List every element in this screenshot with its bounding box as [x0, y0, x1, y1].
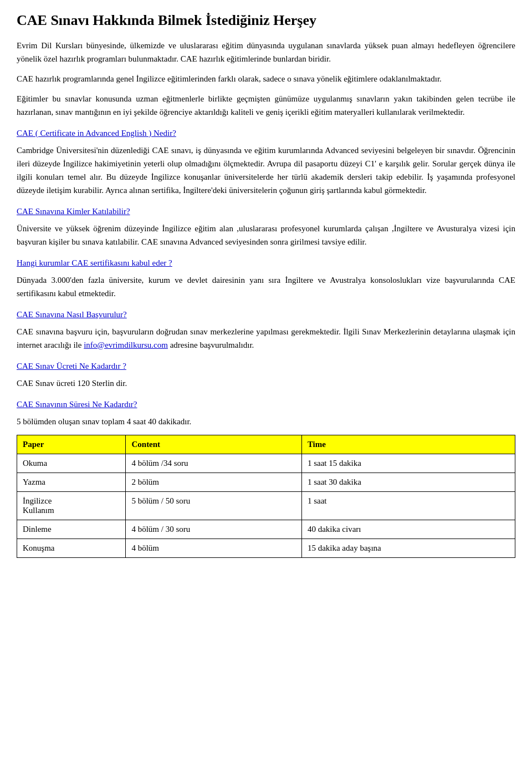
- section1-link[interactable]: CAE ( Certificate in Advanced English ) …: [17, 129, 515, 138]
- table-cell-0-1: 4 bölüm /34 soru: [126, 454, 301, 473]
- table-cell-4-1: 4 bölüm: [126, 539, 301, 557]
- table-cell-3-2: 40 dakika civarı: [301, 520, 515, 539]
- page-title: CAE Sınavı Hakkında Bilmek İstediğiniz H…: [17, 11, 515, 30]
- table-row: Dinleme4 bölüm / 30 soru40 dakika civarı: [17, 520, 515, 539]
- intro-paragraph-1: Evrim Dil Kursları bünyesinde, ülkemizde…: [17, 39, 515, 65]
- table-cell-0-0: Okuma: [17, 454, 126, 473]
- section5-text: CAE Sınav ücreti 120 Sterlin dir.: [17, 377, 515, 390]
- col-time: Time: [301, 435, 515, 454]
- table-cell-3-0: Dinleme: [17, 520, 126, 539]
- section4-text-after: adresine başvurulmalıdır.: [168, 341, 254, 349]
- table-cell-0-2: 1 saat 15 dakika: [301, 454, 515, 473]
- table-cell-1-2: 1 saat 30 dakika: [301, 473, 515, 491]
- table-row: Yazma2 bölüm1 saat 30 dakika: [17, 473, 515, 491]
- section3-link[interactable]: Hangi kurumlar CAE sertifikasını kabul e…: [17, 258, 515, 268]
- table-cell-4-0: Konuşma: [17, 539, 126, 557]
- col-paper: Paper: [17, 435, 126, 454]
- table-cell-2-0: İngilizce Kullanım: [17, 491, 126, 520]
- section6-link[interactable]: CAE Sınavının Süresi Ne Kadardır?: [17, 400, 515, 409]
- table-cell-2-2: 1 saat: [301, 491, 515, 520]
- table-row: Konuşma4 bölüm15 dakika aday başına: [17, 539, 515, 557]
- section4-link[interactable]: CAE Sınavına Nasıl Başvurulur?: [17, 310, 515, 319]
- table-row: Okuma4 bölüm /34 soru1 saat 15 dakika: [17, 454, 515, 473]
- col-content: Content: [126, 435, 301, 454]
- table-cell-4-2: 15 dakika aday başına: [301, 539, 515, 557]
- section5-link[interactable]: CAE Sınav Ücreti Ne Kadardır ?: [17, 362, 515, 371]
- table-cell-1-1: 2 bölüm: [126, 473, 301, 491]
- email-link[interactable]: info@evrimdilkursu.com: [84, 341, 168, 349]
- table-row: İngilizce Kullanım5 bölüm / 50 soru1 saa…: [17, 491, 515, 520]
- intro-paragraph-3: Eğitimler bu sınavlar konusunda uzman eğ…: [17, 92, 515, 119]
- table-header-row: Paper Content Time: [17, 435, 515, 454]
- intro-paragraph-2: CAE hazırlık programlarında genel İngili…: [17, 72, 515, 85]
- section2-paragraph: Üniversite ve yüksek öğrenim düzeyinde İ…: [17, 222, 515, 248]
- table-cell-1-0: Yazma: [17, 473, 126, 491]
- section2-link[interactable]: CAE Sınavına Kimler Katılabilir?: [17, 207, 515, 216]
- table-cell-2-1: 5 bölüm / 50 soru: [126, 491, 301, 520]
- exam-table: Paper Content Time Okuma4 bölüm /34 soru…: [17, 435, 515, 558]
- section1-paragraph: Cambridge Üniversitesi'nin düzenlediği C…: [17, 144, 515, 197]
- section3-paragraph: Dünyada 3.000'den fazla üniversite, kuru…: [17, 273, 515, 300]
- section4-paragraph: CAE sınavına başvuru için, başvuruların …: [17, 325, 515, 352]
- section6-text: 5 bölümden oluşan sınav toplam 4 saat 40…: [17, 415, 515, 428]
- table-cell-3-1: 4 bölüm / 30 soru: [126, 520, 301, 539]
